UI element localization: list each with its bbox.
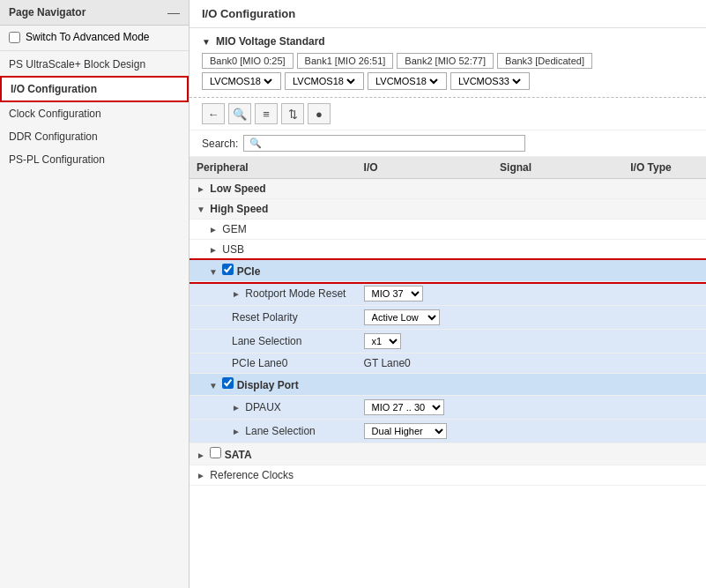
sidebar-item-ddr-configuration[interactable]: DDR Configuration [0, 125, 189, 148]
dp-checkbox[interactable] [222, 377, 234, 389]
search-button[interactable]: 🔍 [228, 103, 251, 124]
expand-icon[interactable]: ► [209, 225, 219, 234]
mio-bank-0: Bank0 [MIO 0:25] [202, 53, 294, 69]
mio-select-0-input[interactable]: LVCMOS18LVCMOS33 [206, 75, 275, 87]
mio-select-3[interactable]: LVCMOS33LVCMOS18 [450, 72, 530, 90]
search-input-container: 🔍 [243, 135, 525, 152]
io-dropdown-container: MIO 27 .. 30 [364, 399, 487, 415]
iotype-cell [623, 282, 706, 306]
expand-icon[interactable]: ► [197, 184, 207, 194]
pcie-expand-icon[interactable]: ▼ [209, 267, 219, 277]
expand-icon[interactable]: ► [209, 245, 219, 255]
iotype-cell [623, 220, 706, 240]
sort-button[interactable]: ⇅ [281, 103, 304, 124]
iotype-cell [623, 465, 706, 486]
dp-label: Display Port [237, 379, 299, 391]
sidebar-item-clock-configuration[interactable]: Clock Configuration [0, 102, 189, 125]
iotype-cell [623, 199, 706, 220]
rootport-io-select[interactable]: MIO 37 [364, 286, 423, 301]
iotype-cell [623, 260, 706, 282]
row-label: Low Speed [210, 182, 265, 195]
mio-select-0[interactable]: LVCMOS18LVCMOS33 [202, 72, 281, 90]
io-cell [357, 220, 494, 240]
sata-checkbox[interactable] [210, 447, 221, 458]
table-row: ► Low Speed [190, 179, 706, 199]
mio-select-2-input[interactable]: LVCMOS18LVCMOS33 [372, 75, 441, 87]
signal-cell [493, 306, 623, 330]
filter-button[interactable]: ≡ [255, 103, 278, 124]
sidebar-item-ps-ultrascale[interactable]: PS UltraScale+ Block Design [0, 53, 189, 76]
row-label: Reference Clocks [210, 469, 294, 481]
expand-icon[interactable]: ► [197, 471, 207, 480]
io-cell [357, 443, 494, 465]
iotype-cell [623, 330, 706, 354]
peripheral-cell: ► Reference Clocks [190, 465, 357, 486]
col-peripheral: Peripheral [190, 157, 357, 179]
sidebar-item-advanced-mode[interactable]: Switch To Advanced Mode [0, 26, 189, 48]
peripheral-cell: ► USB [190, 240, 357, 260]
signal-cell [493, 260, 623, 282]
peripheral-cell: ► Lane Selection [190, 420, 357, 443]
display-port-header-row: ▼ Display Port [190, 374, 706, 396]
row-label: Rootport Mode Reset [245, 287, 346, 300]
expand-icon[interactable]: ► [197, 450, 207, 460]
search-icon: 🔍 [249, 138, 262, 149]
sidebar-divider-1 [0, 50, 189, 51]
table-row: Lane Selection x1 x2 x4 [190, 330, 706, 354]
advanced-mode-checkbox[interactable] [9, 32, 20, 43]
signal-cell [493, 465, 623, 486]
dp-expand-icon[interactable]: ▼ [209, 381, 219, 391]
sidebar-item-ps-pl-configuration[interactable]: PS-PL Configuration [0, 148, 189, 171]
minimize-button[interactable]: — [167, 5, 180, 19]
row-label: GEM [222, 223, 246, 235]
io-cell [357, 179, 494, 199]
table-row: ► Reference Clocks [190, 465, 706, 486]
peripheral-cell: ► GEM [190, 220, 357, 240]
io-table: Peripheral I/O Signal I/O Type ► Low Spe… [190, 157, 706, 486]
expand-icon[interactable]: ► [232, 427, 242, 436]
signal-cell [493, 240, 623, 260]
search-input[interactable] [265, 138, 519, 149]
mio-banks-row: Bank0 [MIO 0:25] Bank1 [MIO 26:51] Bank2… [202, 53, 694, 69]
mio-select-1-input[interactable]: LVCMOS18LVCMOS33 [289, 75, 358, 87]
row-label: DPAUX [245, 401, 280, 413]
expand-icon[interactable]: ► [232, 289, 242, 299]
expand-icon[interactable]: ► [232, 403, 242, 413]
io-dropdown-container: x1 x2 x4 [364, 333, 487, 349]
signal-cell [493, 179, 623, 199]
signal-cell [493, 396, 623, 420]
io-cell [357, 260, 494, 282]
dp-lane-select[interactable]: Dual Higher Dual Lower Single Upper Sing… [364, 423, 447, 439]
back-button[interactable]: ← [202, 103, 225, 124]
pcie-checkbox[interactable] [222, 264, 234, 275]
mio-select-2[interactable]: LVCMOS18LVCMOS33 [368, 72, 447, 90]
mio-select-3-input[interactable]: LVCMOS33LVCMOS18 [455, 75, 524, 87]
table-row: ► SATA [190, 443, 706, 465]
mio-bank-1: Bank1 [MIO 26:51] [297, 53, 394, 69]
peripheral-cell: ► Rootport Mode Reset [190, 282, 357, 306]
search-label: Search: [202, 138, 238, 150]
circle-button[interactable]: ● [308, 103, 331, 124]
sidebar-item-io-configuration[interactable]: I/O Configuration [0, 76, 189, 102]
clock-configuration-label: Clock Configuration [9, 108, 101, 120]
row-label: PCIe Lane0 [232, 357, 287, 369]
table-row: ► DPAUX MIO 27 .. 30 [190, 396, 706, 420]
mio-title-label: MIO Voltage Standard [216, 35, 325, 48]
reset-polarity-select[interactable]: Active Low Active High [364, 309, 440, 325]
expand-icon[interactable]: ▼ [197, 205, 207, 214]
io-cell: Active Low Active High [357, 306, 494, 330]
io-cell: MIO 37 [357, 282, 494, 306]
io-configuration-label: I/O Configuration [11, 83, 97, 95]
mio-select-1[interactable]: LVCMOS18LVCMOS33 [285, 72, 364, 90]
mio-chevron-icon[interactable]: ▼ [202, 37, 211, 47]
main-title: I/O Configuration [202, 7, 295, 20]
peripheral-cell: ▼ High Speed [190, 199, 357, 220]
gt-lane0-value: GT Lane0 [364, 357, 411, 369]
mio-selects-row: LVCMOS18LVCMOS33 LVCMOS18LVCMOS33 LVCMOS… [202, 72, 694, 90]
iotype-cell [623, 306, 706, 330]
table-row: ► Rootport Mode Reset MIO 37 [190, 282, 706, 306]
signal-cell [493, 330, 623, 354]
signal-cell [493, 443, 623, 465]
pcie-lane-select[interactable]: x1 x2 x4 [364, 333, 401, 349]
dpaux-io-select[interactable]: MIO 27 .. 30 [364, 399, 444, 415]
